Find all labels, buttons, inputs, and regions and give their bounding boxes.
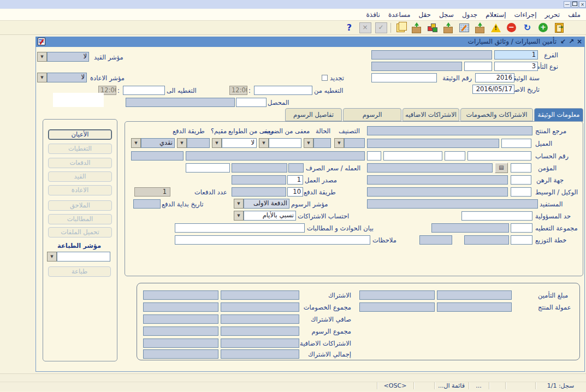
tab-policy-info[interactable]: معلومات الوثيقة xyxy=(534,108,583,122)
collector-code-field[interactable] xyxy=(236,98,267,107)
work-source-field[interactable]: 1 xyxy=(287,175,303,185)
tab-additional-subscriptions[interactable]: الاشتراكات الاضافيه xyxy=(402,108,459,121)
tax-exempt-value xyxy=(269,138,301,148)
liability-limit-field[interactable] xyxy=(461,211,532,221)
insurance-amount-field-1 xyxy=(437,290,512,300)
menu-item-record[interactable]: سجل xyxy=(439,11,454,19)
menu-item-file[interactable]: ملف xyxy=(568,11,581,19)
resident-combo[interactable]: ▼ xyxy=(177,138,210,148)
policy-year-field[interactable]: 2016 xyxy=(475,73,514,82)
subscription-calc-combo[interactable]: ▼نسبي بالأيام xyxy=(234,211,296,221)
insurance-type-code-field[interactable] xyxy=(464,62,492,71)
installments-label: عدد الدفعات xyxy=(194,188,227,197)
edit-grid-icon[interactable] xyxy=(458,22,470,33)
tab-fees[interactable]: الرسوم xyxy=(343,108,401,121)
child-minimize-icon[interactable]: ↙ xyxy=(560,38,566,46)
print-indicator-combo[interactable]: ▼ xyxy=(47,252,110,262)
payment-type-label: طريقة الدفع xyxy=(173,127,205,135)
classification-label: التصنيف xyxy=(339,127,360,135)
total-fees-field-2 xyxy=(143,326,218,336)
entry-indicator-value: لا xyxy=(47,52,89,62)
agent-code-field[interactable] xyxy=(511,187,531,197)
menu-item-query[interactable]: إستعلام xyxy=(486,11,506,19)
sidebar-button-items[interactable]: الأعيان xyxy=(48,129,112,140)
subscription-calc-dropdown-icon[interactable]: ▼ xyxy=(234,211,244,221)
account-number-field-3[interactable] xyxy=(383,151,442,161)
window-close-button[interactable]: × xyxy=(579,1,586,8)
refresh-icon[interactable]: ↻ xyxy=(521,22,534,33)
account-number-field-4[interactable] xyxy=(367,151,381,161)
notes-field[interactable] xyxy=(175,235,370,245)
tab-subscriptions-discounts[interactable]: الاشتراكات والخصومات xyxy=(460,108,533,121)
copy-icon[interactable] xyxy=(394,22,407,33)
resident-dropdown-icon[interactable]: ▼ xyxy=(177,138,187,148)
total-discounts-field-1 xyxy=(221,302,299,312)
status-dropdown-icon[interactable]: ▼ xyxy=(304,138,313,148)
tab-fee-details[interactable]: تفاصيل الرسوم xyxy=(285,108,342,121)
status-list-indicator: قائمة ال... xyxy=(434,382,469,390)
renewal-checkbox[interactable] xyxy=(322,75,328,81)
classification-dropdown-icon[interactable]: ▼ xyxy=(334,138,344,148)
coverage-group-code-field[interactable] xyxy=(511,223,532,233)
window-minimize-button[interactable]: — xyxy=(564,1,571,8)
issue-date-field[interactable]: 2016/05/17 xyxy=(472,85,514,94)
colored-cubes-icon[interactable] xyxy=(426,22,439,33)
subscription-calc-label: احتساب الاشتراكات xyxy=(298,212,349,221)
payment-type-dropdown-icon[interactable]: ▼ xyxy=(131,138,141,148)
entry-indicator-dropdown-icon[interactable]: ▼ xyxy=(37,52,47,62)
menu-item-field[interactable]: حقل xyxy=(418,11,431,19)
coverage-to-field[interactable] xyxy=(123,86,165,95)
insured-code-field[interactable] xyxy=(511,163,531,173)
insurance-type-field[interactable]: 3 xyxy=(494,62,538,71)
reinsurance-indicator-combo[interactable]: ▼ لا xyxy=(37,73,87,82)
fees-indicator-dropdown-icon[interactable]: ▼ xyxy=(234,199,244,209)
payment-type-combo[interactable]: ▼نقدي xyxy=(131,138,175,148)
confirm-gray-icon: ✓ xyxy=(375,22,387,33)
stamp-exempt-combo[interactable]: ▼لا xyxy=(212,138,257,148)
menu-item-edit[interactable]: تحرير xyxy=(545,11,560,19)
classification-combo[interactable]: ▼ xyxy=(334,138,365,148)
menu-item-actions[interactable]: إجراءات xyxy=(514,11,537,19)
print-button: طباعة xyxy=(48,266,111,277)
window-restore-button[interactable] xyxy=(571,1,578,8)
additional-subscriptions-field-1 xyxy=(221,338,299,348)
insured-lov-button[interactable]: ▤ xyxy=(495,163,508,173)
distribution-plan-name-field xyxy=(464,235,509,245)
branch-label: الفرع xyxy=(544,51,558,60)
menu-item-block[interactable]: جدول xyxy=(462,11,477,19)
entry-indicator-combo[interactable]: ▼ لا xyxy=(37,52,89,62)
export-up-icon-1[interactable] xyxy=(410,22,423,33)
help-icon[interactable]: ? xyxy=(343,22,356,33)
exchange-rate-field[interactable] xyxy=(186,163,230,173)
policy-number-field[interactable] xyxy=(371,73,437,82)
beneficiary-field xyxy=(367,199,538,209)
export-up-icon-3[interactable] xyxy=(473,22,486,33)
menu-item-help[interactable]: مساعدة xyxy=(388,11,411,19)
stamp-exempt-dropdown-icon[interactable]: ▼ xyxy=(212,138,222,148)
remove-record-icon[interactable]: − xyxy=(505,22,518,33)
menu-item-window[interactable]: نافذة xyxy=(366,11,380,19)
claims-statement-field[interactable] xyxy=(175,223,305,233)
account-number-field-1[interactable] xyxy=(467,151,531,161)
client-code-field[interactable] xyxy=(501,139,531,148)
currency-code-field xyxy=(288,163,304,173)
export-up-icon-2[interactable] xyxy=(442,22,454,33)
child-close-icon[interactable]: × xyxy=(577,38,582,46)
mortgagee-code-field[interactable] xyxy=(511,175,531,185)
tax-exempt-combo[interactable]: ▼ xyxy=(259,138,301,148)
coverage-from-field[interactable] xyxy=(254,86,312,95)
payment-method-field[interactable]: 10 xyxy=(287,187,303,197)
child-restore-icon[interactable]: ↗ xyxy=(569,38,574,46)
exit-icon[interactable] xyxy=(553,22,565,33)
reinsurance-indicator-dropdown-icon[interactable]: ▼ xyxy=(37,73,47,82)
distribution-plan-code-field[interactable] xyxy=(511,235,532,245)
tax-exempt-dropdown-icon[interactable]: ▼ xyxy=(259,138,269,148)
add-record-icon[interactable]: + xyxy=(537,22,549,33)
status-combo[interactable]: ▼ xyxy=(304,138,331,148)
print-indicator-dropdown-icon[interactable]: ▼ xyxy=(47,252,57,262)
fees-indicator-combo[interactable]: ▼الدفعة الاولى xyxy=(234,199,289,209)
fees-indicator-label: مؤشر الرسوم xyxy=(291,200,328,209)
account-number-field-2[interactable] xyxy=(445,151,465,161)
branch-value-field[interactable]: 1 xyxy=(494,50,538,60)
warning-icon[interactable]: ! xyxy=(489,22,502,33)
